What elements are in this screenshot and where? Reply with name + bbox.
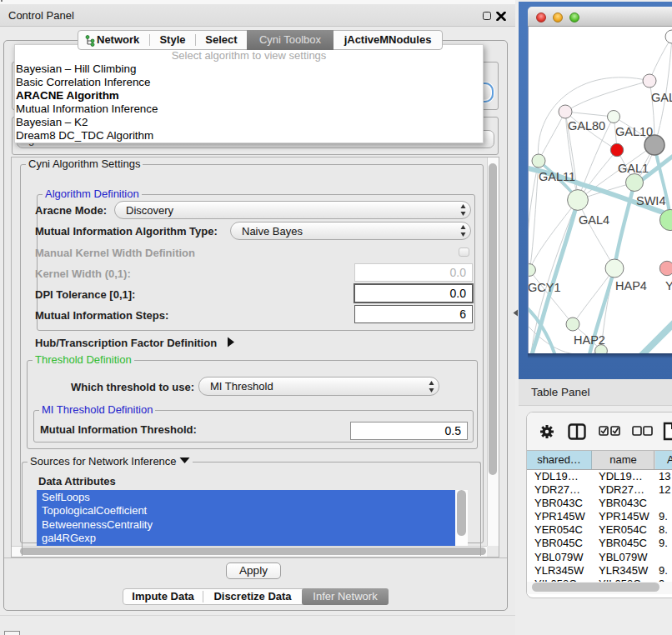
svg-text:GAL7: GAL7 bbox=[651, 91, 672, 104]
svg-text:Y: Y bbox=[665, 279, 672, 292]
svg-text:GAL4: GAL4 bbox=[579, 213, 609, 227]
svg-text:GAL11: GAL11 bbox=[539, 170, 575, 183]
svg-text:GAL80: GAL80 bbox=[568, 119, 605, 132]
svg-text:HAP4: HAP4 bbox=[615, 279, 647, 292]
svg-text:GCY1: GCY1 bbox=[529, 281, 561, 294]
svg-text:GAL1: GAL1 bbox=[618, 162, 649, 175]
svg-text:HAP2: HAP2 bbox=[574, 333, 605, 347]
svg-text:SWI4: SWI4 bbox=[636, 194, 665, 208]
svg-text:GAL10: GAL10 bbox=[615, 125, 653, 138]
